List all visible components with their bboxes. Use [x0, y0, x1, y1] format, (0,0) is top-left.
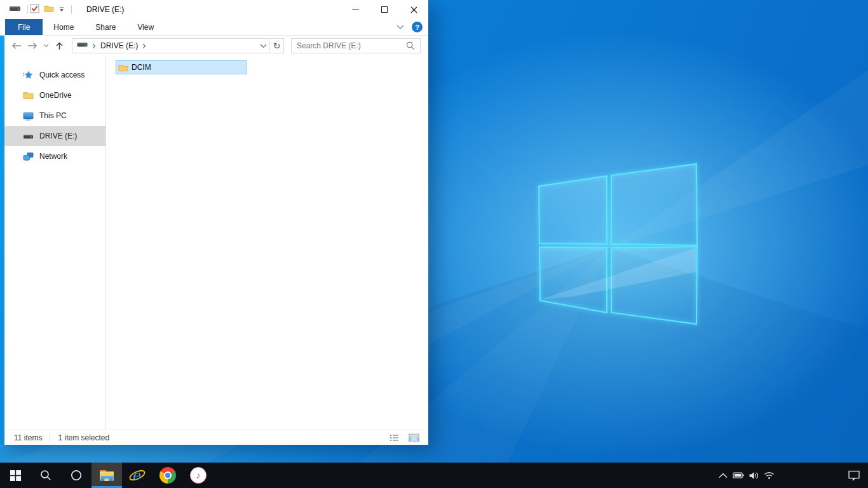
search-box[interactable]	[291, 38, 421, 53]
taskbar-itunes-button[interactable]: ♪	[183, 463, 214, 488]
large-icons-view-button[interactable]	[407, 431, 421, 444]
chevron-up-icon	[719, 473, 728, 478]
properties-checkbox-icon[interactable]	[30, 4, 39, 16]
tab-view[interactable]: View	[126, 19, 165, 35]
file-explorer-window: DRIVE (E:) File Home Share View ?	[0, 0, 428, 445]
tray-show-hidden-icons-button[interactable]	[715, 463, 731, 488]
navigation-pane: Quick access OneDrive This PC	[0, 56, 105, 430]
drive-icon	[9, 4, 21, 15]
tab-home[interactable]: Home	[43, 19, 85, 35]
system-tray	[715, 463, 868, 488]
new-folder-icon[interactable]	[44, 4, 54, 15]
separator	[71, 5, 72, 14]
desktop: DRIVE (E:) File Home Share View ?	[0, 0, 868, 488]
wifi-icon	[764, 471, 775, 480]
sidebar-item-label: Network	[39, 152, 67, 161]
taskbar: e ♪	[0, 463, 868, 488]
taskbar-chrome-button[interactable]	[153, 463, 183, 488]
details-view-button[interactable]	[388, 431, 402, 444]
chrome-icon	[159, 467, 176, 484]
details-view-icon	[390, 433, 400, 442]
sidebar-item-label: OneDrive	[39, 91, 72, 100]
sidebar-item-this-pc[interactable]: This PC	[4, 105, 105, 126]
taskbar-search-button[interactable]	[31, 463, 61, 488]
taskbar-internet-explorer-button[interactable]: e	[122, 463, 153, 488]
action-center-button[interactable]	[846, 463, 862, 488]
drive-icon	[77, 41, 88, 50]
sidebar-item-label: Quick access	[39, 71, 85, 79]
speaker-icon	[749, 471, 759, 480]
start-button[interactable]	[0, 463, 31, 488]
folder-icon	[118, 64, 128, 72]
battery-icon	[733, 470, 744, 480]
titlebar[interactable]: DRIVE (E:)	[0, 0, 428, 19]
large-icons-view-icon	[409, 433, 419, 442]
sidebar-item-quick-access[interactable]: Quick access	[4, 65, 105, 85]
address-bar[interactable]: DRIVE (E:) ↻	[72, 38, 284, 53]
svg-text:e: e	[132, 468, 141, 483]
maximize-button[interactable]	[370, 0, 399, 19]
qat-customize-dropdown-icon[interactable]	[58, 4, 65, 15]
items-count: 11 items	[14, 433, 42, 442]
window-left-edge	[0, 36, 4, 445]
breadcrumb-chevron-icon[interactable]	[92, 43, 96, 49]
tray-battery-button[interactable]	[731, 463, 746, 488]
cortana-button[interactable]	[61, 463, 92, 488]
separator	[27, 5, 28, 14]
tray-wifi-button[interactable]	[761, 463, 776, 488]
refresh-button[interactable]: ↻	[269, 39, 283, 53]
window-title: DRIVE (E:)	[86, 5, 124, 14]
tray-volume-button[interactable]	[746, 463, 761, 488]
taskbar-file-explorer-button[interactable]	[92, 463, 122, 488]
sidebar-item-network[interactable]: Network	[4, 146, 105, 166]
back-button[interactable]	[11, 41, 22, 50]
sidebar-item-onedrive[interactable]: OneDrive	[4, 85, 105, 105]
status-bar: 11 items 1 item selected	[0, 430, 428, 445]
file-explorer-icon	[98, 469, 115, 482]
search-icon	[40, 470, 51, 481]
navigation-bar: DRIVE (E:) ↻	[0, 36, 428, 56]
selection-count: 1 item selected	[58, 433, 109, 442]
internet-explorer-icon: e	[128, 467, 146, 484]
maximize-icon	[381, 6, 388, 13]
expand-ribbon-chevron-icon[interactable]	[397, 25, 404, 29]
onedrive-folder-icon	[23, 90, 34, 101]
ribbon-tabs: File Home Share View ?	[0, 19, 428, 36]
music-note-glyph: ♪	[196, 470, 201, 480]
hard-drive-icon	[23, 131, 34, 142]
minimize-button[interactable]	[341, 0, 370, 19]
close-icon	[410, 6, 417, 13]
tab-file[interactable]: File	[5, 19, 43, 35]
separator	[50, 433, 50, 442]
recent-locations-chevron-icon[interactable]	[43, 44, 49, 48]
sidebar-item-label: This PC	[39, 111, 67, 120]
chevron-down-icon	[260, 44, 267, 48]
search-icon[interactable]	[406, 41, 415, 50]
breadcrumb: DRIVE (E:)	[72, 41, 146, 50]
close-button[interactable]	[399, 0, 428, 19]
quick-access-toolbar	[0, 4, 74, 16]
minimize-icon	[352, 10, 359, 10]
action-center-icon	[848, 470, 860, 481]
caption-buttons	[341, 0, 428, 19]
this-pc-monitor-icon	[23, 111, 34, 121]
forward-button[interactable]	[27, 41, 37, 50]
breadcrumb-chevron-icon[interactable]	[142, 43, 146, 49]
windows-start-icon	[10, 470, 21, 481]
sidebar-item-label: DRIVE (E:)	[39, 132, 77, 140]
help-button[interactable]: ?	[412, 22, 423, 32]
file-list[interactable]: DCIM	[106, 56, 428, 430]
search-input[interactable]	[292, 41, 406, 50]
breadcrumb-segment[interactable]: DRIVE (E:)	[100, 41, 138, 50]
sidebar-item-drive-e[interactable]: DRIVE (E:)	[4, 126, 105, 146]
file-name: DCIM	[132, 63, 151, 72]
cortana-ring-icon	[71, 470, 82, 481]
file-item-dcim[interactable]: DCIM	[116, 60, 247, 74]
up-button[interactable]	[55, 41, 64, 50]
itunes-icon: ♪	[190, 467, 207, 484]
address-dropdown-button[interactable]	[257, 39, 269, 53]
quick-access-star-icon	[23, 70, 34, 81]
network-icon	[23, 151, 34, 162]
tab-share[interactable]: Share	[85, 19, 126, 35]
